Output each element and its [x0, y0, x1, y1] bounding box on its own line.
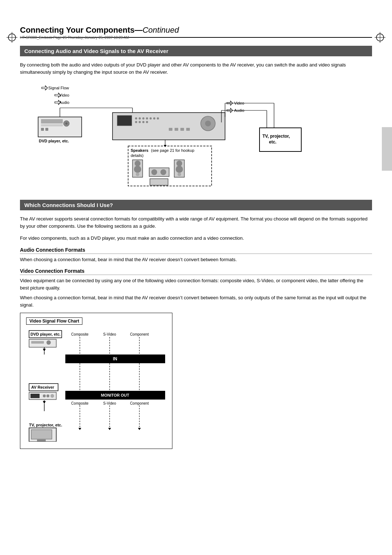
svg-text:DVD player, etc.: DVD player, etc.	[39, 139, 69, 143]
section2-body2: For video components, such as a DVD play…	[20, 235, 372, 242]
svg-text:: Signal Flow: : Signal Flow	[46, 86, 69, 90]
svg-text:(see page 21 for hookup: (see page 21 for hookup	[151, 148, 194, 153]
svg-marker-124	[138, 428, 141, 430]
flow-chart-container: Video Signal Flow Chart DVD player, etc.	[20, 313, 172, 449]
svg-rect-48	[180, 128, 184, 131]
video-sub-text1: Video equipment can be connected by usin…	[20, 277, 372, 291]
svg-point-37	[150, 117, 152, 119]
signal-diagram-svg: : Signal Flow Video Audio DV	[20, 81, 368, 188]
svg-rect-32	[117, 116, 132, 126]
svg-point-72	[151, 169, 157, 175]
svg-rect-60	[260, 128, 301, 151]
flow-chart-svg: DVD player, etc. AV Receiver	[26, 329, 168, 442]
svg-text:MONITOR OUT: MONITOR OUT	[101, 393, 129, 397]
svg-point-70	[136, 173, 139, 176]
svg-rect-46	[169, 128, 172, 131]
svg-rect-47	[175, 128, 178, 131]
section1-body: By connecting both the audio and video o…	[20, 61, 372, 76]
svg-rect-24	[45, 128, 48, 131]
svg-point-94	[46, 394, 49, 397]
svg-rect-101	[31, 430, 52, 439]
svg-point-42	[142, 121, 144, 123]
section2-header: Which Connections Should I Use?	[20, 200, 372, 210]
svg-rect-19	[41, 119, 63, 123]
section1-header: Connecting Audio and Video Signals to th…	[20, 46, 372, 56]
svg-point-85	[46, 340, 51, 345]
svg-text:TV, projector,: TV, projector,	[262, 134, 290, 139]
svg-point-95	[50, 394, 54, 398]
svg-point-40	[135, 121, 137, 123]
main-content: Connecting Your Components—Continued Con…	[20, 25, 372, 449]
svg-text:S-Video: S-Video	[103, 332, 116, 336]
svg-text:DVD player, etc.: DVD player, etc.	[30, 332, 61, 336]
signal-flow-diagram: : Signal Flow Video Audio DV	[20, 81, 372, 190]
svg-rect-102	[37, 439, 46, 441]
svg-rect-84	[31, 341, 44, 344]
svg-point-34	[139, 117, 141, 119]
svg-point-39	[157, 117, 159, 119]
flow-chart-title: Video Signal Flow Chart	[26, 317, 82, 325]
svg-point-35	[142, 117, 144, 119]
svg-text:IN: IN	[113, 356, 117, 361]
svg-rect-49	[186, 128, 190, 131]
flow-chart-body: DVD player, etc. AV Receiver	[26, 329, 166, 443]
svg-text:Composite: Composite	[71, 401, 89, 405]
svg-point-36	[146, 117, 148, 119]
svg-point-22	[65, 122, 68, 125]
svg-text:Component: Component	[130, 401, 149, 405]
svg-text:S-Video: S-Video	[103, 401, 116, 405]
svg-text:TV, projector, etc.: TV, projector, etc.	[29, 423, 62, 427]
svg-text:Speakers: Speakers	[131, 148, 148, 153]
section2-body1: The AV receiver supports several connect…	[20, 215, 372, 230]
svg-point-43	[146, 121, 148, 123]
svg-point-75	[176, 161, 182, 166]
video-sub-title: Video Connection Formats	[20, 268, 372, 275]
svg-point-68	[135, 161, 140, 166]
svg-point-69	[134, 166, 141, 173]
svg-point-76	[176, 166, 183, 173]
svg-point-38	[153, 117, 155, 119]
svg-text:Component: Component	[130, 332, 149, 336]
side-tab	[382, 127, 392, 171]
audio-sub-title: Audio Connection Formats	[20, 247, 372, 254]
section2: Which Connections Should I Use? The AV r…	[20, 200, 372, 449]
svg-point-41	[139, 121, 141, 123]
svg-point-93	[43, 394, 46, 397]
svg-marker-86	[43, 349, 46, 352]
svg-point-77	[177, 173, 181, 176]
file-info: HT-SR800_En.book Page 25 Thursday, Janua…	[20, 36, 129, 40]
corner-mark-tr	[375, 32, 385, 43]
svg-marker-96	[43, 401, 46, 404]
title-main: Connecting Your Components	[20, 25, 135, 35]
title-continued: Continued	[143, 25, 179, 35]
audio-sub-text: When choosing a connection format, bear …	[20, 256, 372, 263]
svg-rect-23	[41, 128, 44, 131]
svg-point-73	[160, 169, 166, 175]
svg-point-33	[135, 117, 137, 119]
corner-mark-tl	[7, 32, 17, 43]
svg-text:etc.: etc.	[269, 139, 277, 145]
svg-rect-20	[41, 124, 63, 126]
svg-text:AV Receiver: AV Receiver	[31, 385, 54, 389]
svg-text:details): details)	[131, 153, 143, 158]
svg-text:Composite: Composite	[71, 332, 89, 336]
svg-marker-123	[108, 428, 111, 430]
svg-point-45	[205, 121, 211, 126]
svg-rect-78	[150, 179, 168, 185]
svg-marker-122	[78, 428, 81, 430]
video-sub-text2: When choosing a connection format, bear …	[20, 294, 372, 308]
svg-rect-92	[30, 394, 40, 398]
page-container: HT-SR800_En.book Page 25 Thursday, Janua…	[0, 25, 392, 555]
